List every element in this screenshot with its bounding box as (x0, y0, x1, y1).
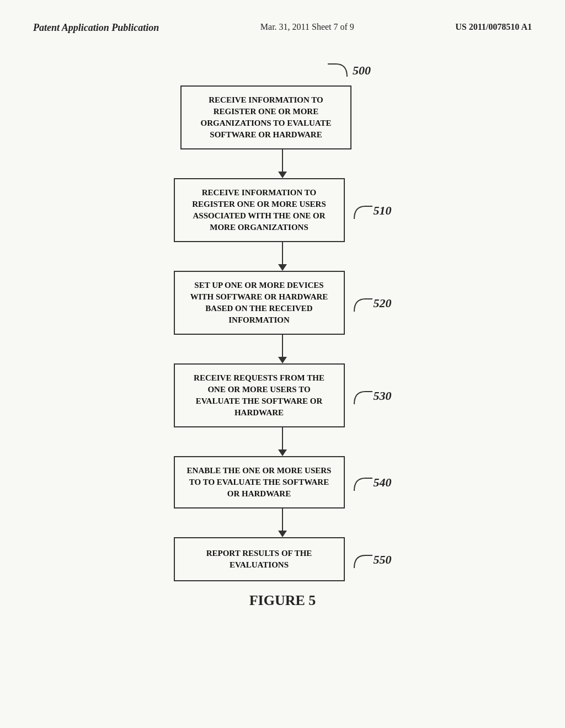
arrow-3-4 (197, 427, 368, 456)
arrow-4-5 (197, 508, 368, 537)
flow-box-510-text: RECEIVE INFORMATION TO REGISTER ONE OR M… (186, 187, 333, 233)
arrow-head-2 (278, 357, 287, 363)
flow-box-540-text: ENABLE THE ONE OR MORE USERS TO TO EVALU… (186, 465, 333, 500)
arrow-head-4 (278, 531, 287, 537)
arrow-head-1 (278, 264, 287, 271)
arrow-0-1 (197, 149, 368, 178)
flow-box-530-text: RECEIVE REQUESTS FROM THE ONE OR MORE US… (186, 372, 333, 419)
step-ref-510: 510 (351, 201, 392, 220)
figure-number: 5 (308, 592, 316, 608)
page: Patent Application Publication Mar. 31, … (0, 0, 565, 728)
flow-box-550-text: REPORT RESULTS OF THE EVALUATIONS (186, 548, 333, 571)
ref-520: 520 (374, 296, 392, 311)
header-patent-number: US 2011/0078510 A1 (455, 22, 532, 32)
ref-540: 540 (374, 475, 392, 490)
step-ref-540: 540 (351, 473, 392, 492)
curve-530-svg (351, 389, 374, 405)
curve-520-svg (351, 296, 374, 313)
flow-step-500: RECEIVE INFORMATION TO REGISTER ONE OR M… (180, 85, 385, 149)
flow-step-540: ENABLE THE ONE OR MORE USERS TO TO EVALU… (174, 456, 392, 508)
step-ref-550: 550 (351, 550, 392, 569)
step-ref-520: 520 (351, 293, 392, 313)
flow-box-540: ENABLE THE ONE OR MORE USERS TO TO EVALU… (174, 456, 345, 508)
flow-box-520-text: SET UP ONE OR MORE DEVICES WITH SOFTWARE… (186, 280, 333, 326)
flow-box-520: SET UP ONE OR MORE DEVICES WITH SOFTWARE… (174, 271, 345, 335)
curve-550-svg (351, 553, 374, 569)
top-curve-svg (325, 61, 353, 78)
flow-box-500-text: RECEIVE INFORMATION TO REGISTER ONE OR M… (193, 94, 339, 141)
arrow-1-2 (197, 242, 368, 271)
header-date-sheet: Mar. 31, 2011 Sheet 7 of 9 (260, 22, 354, 32)
arrow-line-3 (282, 427, 283, 449)
curve-540-svg (351, 475, 374, 492)
ref-510: 510 (374, 204, 392, 218)
header-publication-label: Patent Application Publication (33, 22, 159, 34)
figure-label: F (249, 592, 258, 608)
arrow-line-1 (282, 242, 283, 264)
flow-step-550: REPORT RESULTS OF THE EVALUATIONS 550 (174, 537, 392, 581)
top-ref-container: 500 (150, 61, 415, 78)
flow-box-550: REPORT RESULTS OF THE EVALUATIONS (174, 537, 345, 581)
flow-box-510: RECEIVE INFORMATION TO REGISTER ONE OR M… (174, 178, 345, 242)
diagram-area: 500 RECEIVE INFORMATION TO REGISTER ONE … (0, 45, 565, 620)
ref-530: 530 (374, 389, 392, 403)
arrow-line-4 (282, 508, 283, 531)
arrow-line-0 (282, 149, 283, 172)
flow-box-530: RECEIVE REQUESTS FROM THE ONE OR MORE US… (174, 363, 345, 427)
arrow-line-2 (282, 335, 283, 357)
arrow-2-3 (197, 335, 368, 363)
flow-step-530: RECEIVE REQUESTS FROM THE ONE OR MORE US… (174, 363, 392, 427)
flow-container: RECEIVE INFORMATION TO REGISTER ONE OR M… (174, 85, 392, 581)
flow-step-510: RECEIVE INFORMATION TO REGISTER ONE OR M… (174, 178, 392, 242)
curve-510-svg (351, 204, 374, 220)
top-ref-number: 500 (353, 63, 371, 78)
flow-box-500: RECEIVE INFORMATION TO REGISTER ONE OR M… (180, 85, 351, 149)
step-ref-530: 530 (351, 386, 392, 405)
ref-550: 550 (374, 553, 392, 567)
flow-step-520: SET UP ONE OR MORE DEVICES WITH SOFTWARE… (174, 271, 392, 335)
figure-label-rest: IGURE (258, 592, 309, 608)
arrow-head-0 (278, 172, 287, 178)
figure-caption: FIGURE 5 (249, 592, 316, 609)
header: Patent Application Publication Mar. 31, … (0, 0, 565, 45)
top-ref-group: 500 (325, 61, 382, 78)
arrow-head-3 (278, 449, 287, 456)
